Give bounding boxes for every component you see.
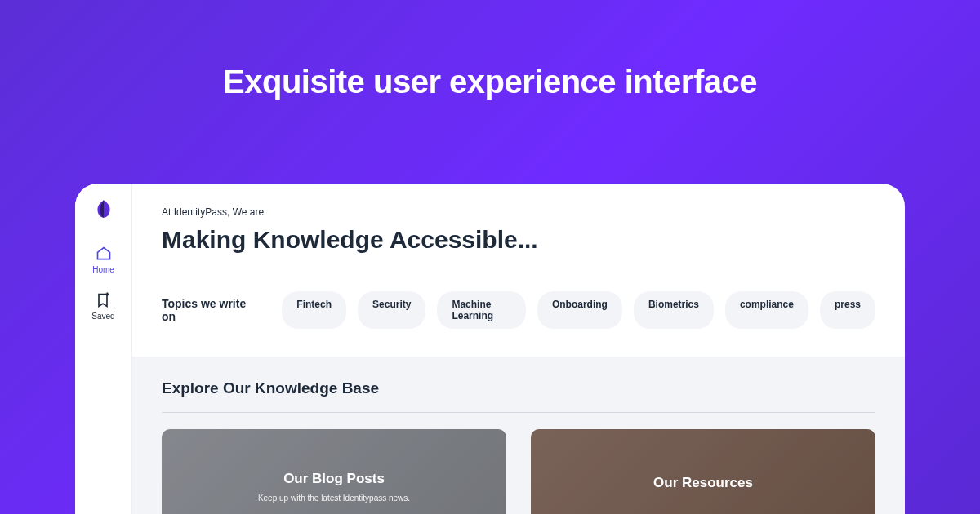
hero-title: Exquisite user experience interface <box>0 0 980 100</box>
brand-logo <box>93 198 114 219</box>
bookmark-icon <box>95 292 111 308</box>
topics-row: Topics we write on Fintech Security Mach… <box>162 291 875 329</box>
nav-saved[interactable]: Saved <box>91 292 114 321</box>
card-blog-posts[interactable]: Our Blog Posts Keep up with the latest I… <box>162 429 506 514</box>
main-content: At IdentityPass, We are Making Knowledge… <box>132 184 905 514</box>
chip-onboarding[interactable]: Onboarding <box>537 291 622 329</box>
nav-home-label: Home <box>92 265 114 274</box>
chip-fintech[interactable]: Fintech <box>282 291 346 329</box>
kb-divider <box>162 412 875 413</box>
chip-security[interactable]: Security <box>358 291 425 329</box>
kb-cards: Our Blog Posts Keep up with the latest I… <box>162 429 875 514</box>
card-resources-title: Our Resources <box>653 475 753 491</box>
chip-compliance[interactable]: compliance <box>725 291 808 329</box>
sidebar: Home Saved <box>75 184 132 514</box>
card-resources[interactable]: Our Resources <box>531 429 875 514</box>
chip-press[interactable]: press <box>820 291 875 329</box>
knowledge-base-section: Explore Our Knowledge Base Our Blog Post… <box>132 357 905 514</box>
home-icon <box>96 246 112 262</box>
app-window: Home Saved At Ident <box>75 184 905 514</box>
topics-label: Topics we write on <box>162 297 259 323</box>
card-blog-title: Our Blog Posts <box>283 471 385 487</box>
chip-biometrics[interactable]: Biometrics <box>634 291 714 329</box>
header-section: At IdentityPass, We are Making Knowledge… <box>132 184 905 357</box>
card-overlay <box>531 429 875 514</box>
chip-machine-learning[interactable]: Machine Learning <box>437 291 526 329</box>
topic-chips: Fintech Security Machine Learning Onboar… <box>282 291 875 329</box>
nav-saved-label: Saved <box>91 312 114 321</box>
page-title: Making Knowledge Accessible... <box>162 226 875 254</box>
nav-home[interactable]: Home <box>92 246 114 274</box>
kb-title: Explore Our Knowledge Base <box>162 379 875 397</box>
card-blog-sub: Keep up with the latest Identitypass new… <box>258 494 410 503</box>
pretitle: At IdentityPass, We are <box>162 206 875 218</box>
